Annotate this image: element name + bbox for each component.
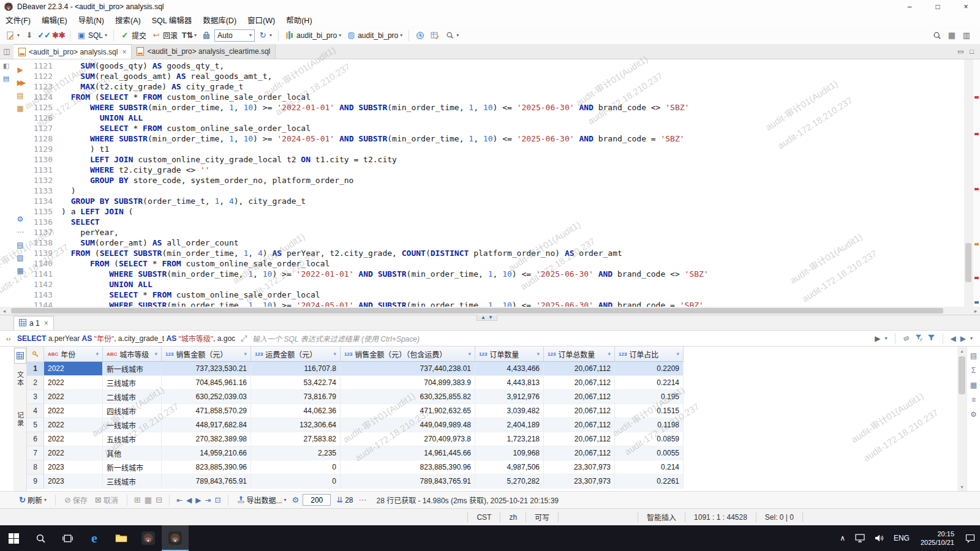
grid-cell[interactable]: 270,382,389.98 [162, 432, 251, 446]
column-filter-caret-icon[interactable]: ▾ [676, 351, 679, 357]
grid-cell[interactable]: 109,968 [475, 446, 544, 460]
aggregate-icon[interactable]: Σ [971, 366, 976, 375]
editor-tab-analysis[interactable]: <audit_bi_pro> analysis.sql × [13, 44, 132, 59]
grid-cell[interactable]: 0.2261 [615, 474, 684, 489]
grid-cell[interactable]: 四线城市 [103, 404, 162, 418]
grid-cell[interactable]: 2022 [44, 404, 103, 418]
grid-panel-icon[interactable]: ▦ [17, 266, 23, 275]
column-header[interactable]: 123销售金额（元）▾ [162, 347, 251, 362]
collapse-up-icon[interactable]: ▲ [481, 315, 486, 320]
value-viewer-icon[interactable]: ▤ [970, 351, 977, 360]
grid-cell[interactable]: 789,843,765.91 [162, 474, 251, 489]
maximize-editor-icon[interactable]: □ [970, 48, 974, 55]
grid-cell[interactable]: 270,409,973.8 [341, 432, 475, 446]
grid-cell[interactable]: 0.1515 [615, 404, 684, 418]
menu-item[interactable]: 窗口(W) [242, 13, 281, 27]
column-filter-caret-icon[interactable]: ▾ [154, 351, 157, 357]
dbeaver-taskbar-button[interactable] [135, 525, 162, 551]
grid-cell[interactable]: 2022 [44, 362, 103, 376]
column-header[interactable]: 123订单数量▾ [475, 347, 544, 362]
grid-cell[interactable]: 三线城市 [103, 376, 162, 390]
code-line[interactable]: 1122 SUM(real_goods_amt) AS real_goods_a… [28, 71, 964, 81]
filter-settings-icon[interactable] [927, 334, 935, 343]
column-header[interactable]: ABC年份▾ [44, 347, 103, 362]
chevron-down-icon[interactable]: ▾ [970, 335, 973, 341]
scrollbar-thumb[interactable] [959, 356, 965, 394]
execute-statement-icon[interactable]: ▶ [17, 66, 23, 74]
code-line[interactable]: 1132 GROUP BY store_code, system_order_n… [28, 175, 964, 186]
code-line[interactable]: 1134 GROUP BY SUBSTR(order_time_t, 1, 4)… [28, 196, 964, 206]
row-number[interactable]: 6 [27, 432, 44, 446]
commit-mode-combo[interactable]: Auto ▾ [214, 29, 255, 42]
goto-row-button[interactable]: ⊡ [214, 496, 221, 504]
grid-cell[interactable]: 新一线城市 [103, 460, 162, 474]
grid-cell[interactable]: 737,440,238.01 [341, 362, 475, 376]
delete-row-button[interactable]: ⊟ [156, 495, 162, 504]
grid-cell[interactable]: 0.0055 [615, 446, 684, 460]
expand-expression-icon[interactable]: ⤢ [239, 334, 249, 343]
filter-history-forward-icon[interactable]: ▶ [960, 334, 966, 343]
maximize-button[interactable]: □ [924, 0, 952, 13]
close-tab-icon[interactable]: × [44, 319, 48, 328]
grid-cell[interactable]: 14,959,210.66 [162, 446, 251, 460]
grid-cell[interactable]: 471,858,570.29 [162, 404, 251, 418]
ie-browser-button[interactable]: e [81, 525, 108, 551]
grid-cell[interactable]: 20,067,112 [544, 432, 615, 446]
text-view-tab[interactable]: 文本 [15, 367, 25, 391]
minimize-editor-icon[interactable]: ▭ [957, 48, 963, 56]
grid-cell[interactable]: 20,067,112 [544, 446, 615, 460]
toolbar-overflow-icon[interactable]: ▥ [962, 31, 971, 40]
rollback-button[interactable]: ↩ 回滚 [149, 29, 179, 42]
code-line[interactable]: 1127 SELECT * FROM custom_online_sale_or… [28, 123, 964, 133]
pending-changes-button[interactable]: ✱✱ [52, 29, 66, 42]
next-row-button[interactable]: ▶ [195, 496, 201, 504]
fetch-size-input[interactable] [303, 494, 331, 506]
code-line[interactable]: 1137 perYear, [28, 227, 964, 238]
column-filter-caret-icon[interactable]: ▾ [96, 351, 99, 357]
results-tab[interactable]: a 1 × [13, 316, 54, 330]
column-filter-caret-icon[interactable]: ▾ [333, 351, 336, 357]
taskbar-search-button[interactable] [27, 525, 54, 551]
grid-cell[interactable]: 4,443,813 [475, 376, 544, 390]
collapsed-panel-icon[interactable]: ◧ [3, 62, 9, 70]
grid-cell[interactable]: 73,816.79 [251, 390, 341, 404]
grid-cell[interactable]: 471,902,632.65 [341, 404, 475, 418]
fetch-more-icon[interactable]: ⇊ [336, 495, 343, 504]
clear-filter-icon[interactable] [903, 334, 911, 343]
volume-icon[interactable] [870, 525, 889, 551]
code-line[interactable]: 1135) a LEFT JOIN ( [28, 206, 964, 217]
dbeaver-taskbar-button-active[interactable] [162, 525, 189, 551]
code-line[interactable]: 1125 WHERE SUBSTR(min_order_time, 1, 10)… [28, 102, 964, 113]
grid-cell[interactable]: 23,307,973 [544, 474, 615, 489]
scroll-down-icon[interactable]: ▾ [957, 482, 967, 491]
menu-item[interactable]: 搜索(A) [110, 13, 146, 27]
first-row-button[interactable]: ⇤ [176, 496, 183, 504]
sql-menu-button[interactable]: ▣ SQL ▾ [75, 29, 109, 42]
restore-panel-icon[interactable]: ◫ [0, 44, 13, 59]
code-line[interactable]: 1133 ) [28, 186, 964, 196]
settings-gear-icon[interactable]: ⚙ [17, 215, 24, 223]
save-button[interactable]: ⊘ 保存 [62, 493, 89, 506]
metadata-icon[interactable]: ≡ [971, 395, 976, 404]
close-button[interactable]: × [952, 0, 980, 13]
start-button[interactable] [0, 525, 27, 551]
row-number[interactable]: 5 [27, 418, 44, 432]
menu-item[interactable]: 文件(F) [0, 13, 36, 27]
scroll-right-icon[interactable]: ▸ [971, 307, 980, 315]
panel-sash[interactable]: ▲▼ [477, 315, 497, 321]
code-line[interactable]: 1128 WHERE SUBSTR(min_order_time, 1, 10)… [28, 133, 964, 144]
grid-cell[interactable]: 五线城市 [103, 432, 162, 446]
grid-corner-key-icon[interactable] [27, 347, 44, 362]
grid-cell[interactable]: 20,067,112 [544, 362, 615, 376]
code-line[interactable]: 1143 SELECT * FROM custom_online_sale_or… [28, 290, 964, 300]
grid-cell[interactable]: 1,723,218 [475, 432, 544, 446]
grid-cell[interactable]: 0.214 [615, 460, 684, 474]
code-line[interactable]: 1126 UNION ALL [28, 113, 964, 123]
menu-item[interactable]: 帮助(H) [281, 13, 317, 27]
grid-cell[interactable]: 其他 [103, 446, 162, 460]
code-line[interactable]: 1141 WHERE SUBSTR(min_order_time, 1, 10)… [28, 269, 964, 279]
grid-cell[interactable]: 789,843,765.91 [341, 474, 475, 489]
output-panel-icon[interactable]: ▤ [17, 241, 23, 249]
filter-history-back-icon[interactable]: ◀ [951, 334, 956, 343]
script-template-icon[interactable]: ▦ [17, 104, 23, 113]
